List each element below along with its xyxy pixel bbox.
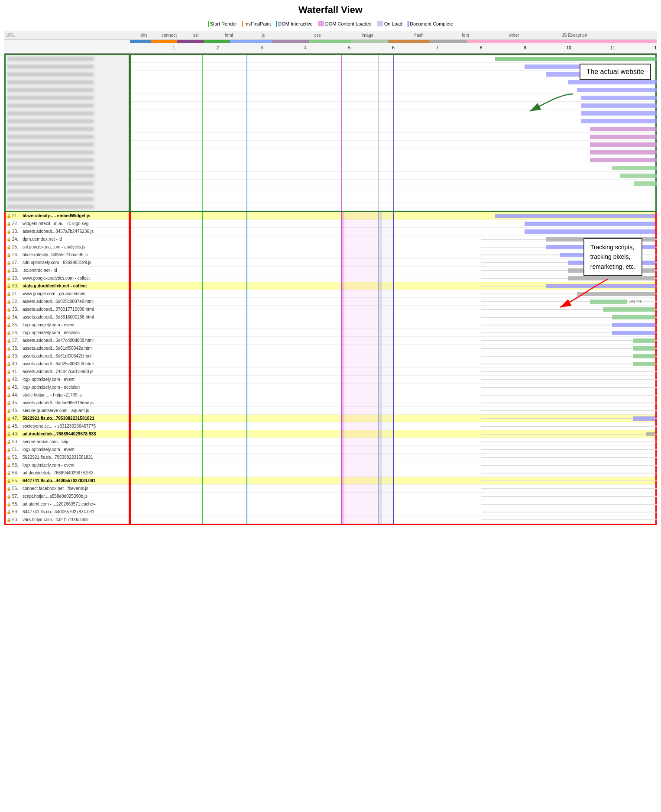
lock-icon-28: 🔒 bbox=[6, 432, 11, 436]
lock-icon-12: 🔒 bbox=[6, 307, 11, 312]
main-label-row-18 bbox=[6, 195, 129, 203]
main-bar-row-14: 917 ms bbox=[131, 164, 655, 172]
wait-bar-16 bbox=[481, 340, 657, 341]
col-font: font bbox=[462, 33, 469, 38]
row-num-31: 52. bbox=[12, 455, 22, 460]
tracking-bar-14 bbox=[612, 323, 655, 327]
tracking-label-24: 🔒45.assets.adobedt...0ddae98e318e5e.js bbox=[6, 399, 129, 407]
wait-bar-32 bbox=[481, 465, 657, 466]
lock-icon-38: 🔒 bbox=[6, 510, 11, 514]
tracking-label-23: 🔒44.static.hotjar.... - hotjar-21739.js bbox=[6, 391, 129, 399]
lock-icon-0: 🔒 bbox=[6, 214, 11, 218]
image-bar bbox=[309, 40, 351, 43]
tracking-label-3: 🔒24.dpm.demdex.net - id bbox=[6, 235, 129, 243]
main-label-row-19 bbox=[6, 203, 129, 211]
row-num-6: 27. bbox=[12, 260, 22, 265]
col-ssl: ssl bbox=[193, 33, 198, 38]
row-label-text-35: connect.facebook.net - fbevents.js bbox=[23, 486, 88, 491]
tracking-label-19: 🔒40.assets.adobedt...6d025c0032d9.html bbox=[6, 360, 129, 368]
wait-bar-17 bbox=[481, 348, 657, 349]
wait-bar-28 bbox=[481, 434, 657, 435]
wait-bar-34 bbox=[481, 480, 657, 481]
tracking-label-26: 🔒47.5922921.fls.do...7953882231581821 bbox=[6, 415, 129, 422]
row-num-29: 50. bbox=[12, 439, 22, 444]
row-label-text-3: dpm.demdex.net - id bbox=[23, 237, 62, 242]
legend-dom-interactive: DOM Interactive bbox=[276, 21, 312, 27]
main-bar-12 bbox=[590, 150, 657, 155]
col-image: image bbox=[362, 33, 373, 38]
main-bar-4 bbox=[577, 88, 657, 92]
lock-icon-5: 🔒 bbox=[6, 253, 11, 257]
tracking-label-38: 🔒59.6447741.fls.do...4400557027834.091 bbox=[6, 508, 129, 516]
tracking-bar-0 bbox=[495, 214, 655, 218]
ssl-bar bbox=[177, 40, 204, 43]
main-bar-13 bbox=[590, 158, 657, 162]
lock-icon-27: 🔒 bbox=[6, 424, 11, 429]
main-bar-row-3: 818 ms bbox=[131, 78, 655, 86]
jsexec-bar bbox=[467, 40, 657, 43]
row-label-text-14: logx.optimizely.com - event bbox=[23, 322, 75, 327]
tracking-label-32: 🔒53.logx.optimizely.com - event bbox=[6, 461, 129, 469]
wait-bar-19 bbox=[481, 364, 657, 364]
tracking-bar-26 bbox=[633, 416, 655, 421]
row-num-9: 30. bbox=[12, 284, 22, 288]
red-arrow bbox=[551, 277, 612, 312]
tracking-label-25: 🔒46.secure.quantserve.com - aquant.js bbox=[6, 407, 129, 415]
tick-6: 6 bbox=[392, 45, 395, 50]
row-label-text-10: www.google.com - ga-audiences bbox=[23, 291, 85, 296]
tracking-label-37: 🔒58.ad.atdmt.com - ...2202663571;cache= bbox=[6, 500, 129, 508]
tracking-label-0: 🔒21.blaze.ratecity... - embedWidget.js bbox=[6, 212, 129, 220]
wait-bar-23 bbox=[481, 395, 657, 396]
row-num-5: 26. bbox=[12, 252, 22, 257]
main-bar-row-1: 303 ms bbox=[131, 63, 655, 71]
legend-msfirstpaint: msFirstPaint bbox=[242, 21, 271, 27]
row-label-text-17: assets.adobedt...6d61df00342e.html bbox=[23, 346, 93, 351]
wait-bar-35 bbox=[481, 488, 657, 489]
connect-bar bbox=[151, 40, 178, 43]
row-label-text-8: www.google-analytics.com - collect bbox=[23, 276, 90, 280]
lock-icon-36: 🔒 bbox=[6, 494, 11, 499]
main-content-box bbox=[4, 54, 130, 212]
lock-icon-29: 🔒 bbox=[6, 440, 11, 444]
main-bar-row-17: 33 ms bbox=[131, 187, 655, 195]
tracking-label-39: 🔒60.vars.hotjar.com...fcb4f17100c.html bbox=[6, 516, 129, 524]
tracking-box-timeline: 1321 ms (317)601 ms717 ms352 ms442 ms90 … bbox=[130, 212, 657, 525]
row-num-3: 24. bbox=[12, 237, 22, 242]
main-bar-row-12: 1175 ms bbox=[131, 148, 655, 156]
row-num-0: 21. bbox=[12, 213, 22, 218]
row-label-text-6: cdn.optimizely.com - 8269983199.js bbox=[23, 260, 91, 265]
lock-icon-11: 🔒 bbox=[6, 300, 11, 304]
main-label-row-14 bbox=[6, 164, 129, 172]
tracking-labels: 🔒21.blaze.ratecity... - embedWidget.js🔒2… bbox=[6, 212, 129, 524]
row-label-text-27: societyone.sc.....- s331239266467775 bbox=[23, 424, 96, 429]
row-num-17: 38. bbox=[12, 346, 22, 351]
main-label-row-3 bbox=[6, 78, 129, 86]
row-num-37: 58. bbox=[12, 502, 22, 506]
row-label-text-16: assets.adobedt...6d47cd00d888.html bbox=[23, 338, 94, 343]
main-label-row-15 bbox=[6, 172, 129, 180]
wait-bar-38 bbox=[481, 512, 657, 512]
row-num-39: 60. bbox=[12, 517, 22, 522]
wait-bar-24 bbox=[481, 403, 657, 403]
row-label-text-4: ssl.google-ana...om - analytics.js bbox=[23, 245, 85, 249]
lock-icon-23: 🔒 bbox=[6, 393, 11, 397]
tracking-label-2: 🔒23.assets.adobedt...8457a7b2476236.js bbox=[6, 228, 129, 235]
main-bar-7 bbox=[581, 111, 657, 116]
row-num-27: 48. bbox=[12, 424, 22, 429]
col-header-url: URL bbox=[4, 31, 130, 40]
main-bar-row-2: 516 ms bbox=[131, 71, 655, 78]
main-label-row-16 bbox=[6, 180, 129, 187]
tracking-label-20: 🔒41.assets.adobedt...746d47ca018a80.js bbox=[6, 368, 129, 376]
row-num-22: 43. bbox=[12, 385, 22, 390]
lock-icon-37: 🔒 bbox=[6, 502, 11, 506]
row-label-text-21: logx.optimizely.com - event bbox=[23, 377, 75, 382]
tracking-label-8: 🔒29.www.google-analytics.com - collect bbox=[6, 274, 129, 282]
lock-icon-13: 🔒 bbox=[6, 315, 11, 319]
main-label-row-6 bbox=[6, 102, 129, 110]
main-label-row-2 bbox=[6, 71, 129, 78]
tracking-label-6: 🔒27.cdn.optimizely.com - 8269983199.js bbox=[6, 259, 129, 267]
tracking-bar-28 bbox=[646, 432, 655, 436]
lock-icon-19: 🔒 bbox=[6, 362, 11, 366]
main-label-row-7 bbox=[6, 110, 129, 117]
vline-start-render bbox=[202, 212, 203, 524]
